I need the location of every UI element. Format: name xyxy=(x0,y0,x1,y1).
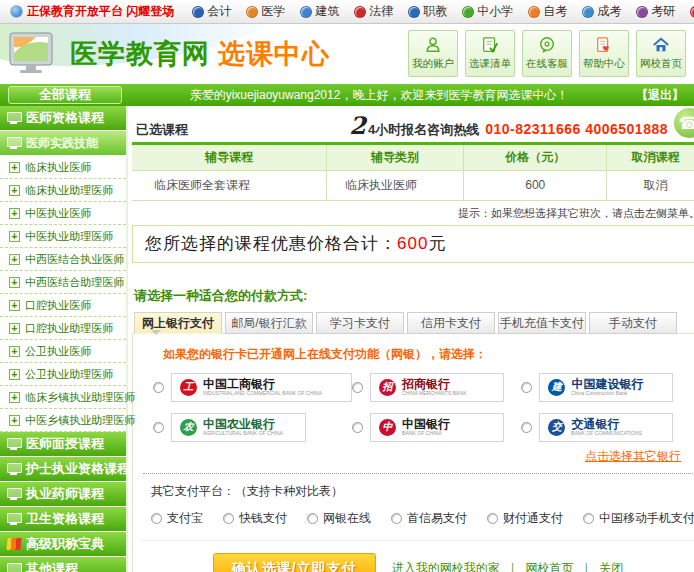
boc-radio[interactable] xyxy=(352,422,363,433)
online-service-button[interactable]: 在线客服 xyxy=(522,30,572,77)
ccb-radio[interactable] xyxy=(521,382,532,393)
school-homepage-link[interactable]: 网校首页 xyxy=(500,560,574,572)
nav-link-vocational[interactable]: 职教 xyxy=(408,3,447,20)
construction-icon xyxy=(300,6,312,18)
help-center-button[interactable]: 帮助中心 xyxy=(579,30,629,77)
icbc-radio[interactable] xyxy=(153,382,164,393)
tab-mobile-recharge-card[interactable]: 手机充值卡支付 xyxy=(498,312,586,334)
total-value: 600 xyxy=(397,234,428,253)
tab-post-bank-remittance[interactable]: 邮局/银行汇款 xyxy=(225,312,313,334)
footer-links: 进入我的网校我的家 网校首页 关闭 xyxy=(392,560,624,572)
home-button[interactable]: 网校首页 xyxy=(636,30,686,77)
sidebar-item-integrated-physician[interactable]: 中西医结合执业医师 xyxy=(0,248,126,271)
99bill-radio[interactable] xyxy=(223,513,234,524)
header-buttons: 我的账户 选课清单 在线客服 帮助中心 网校首页 xyxy=(408,30,686,77)
adult-exam-icon xyxy=(582,6,594,18)
platform-chinabank-online[interactable]: 网银在线 xyxy=(307,510,371,527)
my-school-home-link[interactable]: 进入我的网校我的家 xyxy=(392,560,500,572)
plus-icon xyxy=(9,300,20,311)
platform-99bill[interactable]: 快钱支付 xyxy=(223,510,287,527)
abc-radio[interactable] xyxy=(153,422,164,433)
sidebar-item-rural-clinical-assistant[interactable]: 临床乡镇执业助理医师 xyxy=(0,386,126,409)
tab-study-card[interactable]: 学习卡支付 xyxy=(316,312,404,334)
tab-online-banking[interactable]: 网上银行支付 xyxy=(134,312,222,334)
bocom-radio[interactable] xyxy=(521,422,532,433)
sidebar-item-physician-qualification[interactable]: 医师资格课程 xyxy=(0,106,126,131)
close-link[interactable]: 关闭 xyxy=(573,560,623,572)
bank-option-bocom[interactable]: 交 交通银行BANK OF COMMUNICATIONS xyxy=(521,413,691,442)
sidebar-item-public-health-assistant[interactable]: 公卫执业助理医师 xyxy=(0,363,126,386)
vocational-icon xyxy=(408,6,420,18)
site-header: 医学教育网 选课中心 我的账户 选课清单 在线客服 帮助中心 网校首页 xyxy=(0,24,694,84)
confirm-pay-button[interactable]: 确认选课/立即支付 xyxy=(213,553,376,572)
doc-heart-icon xyxy=(595,36,613,54)
bank-prompt-text: 如果您的银行卡已开通网上在线支付功能（网银），请选择： xyxy=(141,346,694,373)
sidebar-item-face-to-face-courses[interactable]: 医师面授课程 xyxy=(0,432,126,457)
platform-alipay[interactable]: 支付宝 xyxy=(151,510,203,527)
other-bank-link[interactable]: 点击选择其它银行 xyxy=(141,448,681,465)
chinabank-radio[interactable] xyxy=(307,513,318,524)
payment-tabs: 网上银行支付 邮局/银行汇款 学习卡支付 信用卡支付 手机充值卡支付 手动支付 xyxy=(132,312,694,334)
bank-option-boc[interactable]: 中 中国银行BANK OF CHINA xyxy=(352,413,522,442)
sidebar-item-dental-assistant[interactable]: 口腔执业助理医师 xyxy=(0,317,126,340)
sidebar-item-other-courses[interactable]: 其他课程 xyxy=(0,557,126,572)
logout-link[interactable]: 【退出】 xyxy=(636,87,684,104)
bank-option-ccb[interactable]: 建 中国建设银行China Construction Bank xyxy=(521,373,691,402)
welcome-greeting: 亲爱的yixuejiaoyuwang2012，晚上好，欢迎来到医学教育网选课中心… xyxy=(122,87,636,104)
nav-link-k12[interactable]: 中小学 xyxy=(462,3,513,20)
sidebar-item-public-health-physician[interactable]: 公卫执业医师 xyxy=(0,340,126,363)
bank-option-abc[interactable]: 农 中国农业银行AGRICULTURAL BANK OF CHINA xyxy=(153,413,352,442)
sidebar-item-rural-tcm-assistant[interactable]: 中医乡镇执业助理医师 xyxy=(0,409,126,432)
cmcc-radio[interactable] xyxy=(583,513,594,524)
sidebar-item-practice-skills-selected[interactable]: 医师实践技能 xyxy=(0,131,126,156)
tip-text: 提示：如果您想选择其它班次，请点击左侧菜单。 xyxy=(132,201,694,225)
plus-icon xyxy=(9,392,20,403)
col-cancel: 取消课程 xyxy=(607,145,694,170)
alipay-radio[interactable] xyxy=(151,513,162,524)
nav-link-adult-exam[interactable]: 成考 xyxy=(582,3,621,20)
tab-credit-card[interactable]: 信用卡支付 xyxy=(407,312,495,334)
sidebar-item-pharmacist-courses[interactable]: 执业药师课程 xyxy=(0,482,126,507)
nav-link-language[interactable]: 外语 xyxy=(690,3,694,20)
bank-option-icbc[interactable]: 工 中国工商银行INDUSTRIAL AND COMMERCIAL BANK O… xyxy=(153,373,352,402)
tab-manual-payment[interactable]: 手动支付 xyxy=(589,312,677,334)
payeasy-radio[interactable] xyxy=(391,513,402,524)
tenpay-radio[interactable] xyxy=(487,513,498,524)
payment-footer: 确认选课/立即支付 进入我的网校我的家 网校首页 关闭 xyxy=(141,540,694,572)
nav-link-self-exam[interactable]: 自考 xyxy=(528,3,567,20)
sidebar-item-clinical-physician[interactable]: 临床执业医师 xyxy=(0,156,126,179)
sidebar-item-health-qualification[interactable]: 卫生资格课程 xyxy=(0,507,126,532)
nav-link-construction[interactable]: 建筑 xyxy=(300,3,339,20)
promo-link[interactable]: 正保教育开放平台 闪耀登场 xyxy=(10,3,174,20)
language-icon xyxy=(690,6,694,18)
sidebar-item-dental-physician[interactable]: 口腔执业医师 xyxy=(0,294,126,317)
sidebar-item-integrated-assistant[interactable]: 中西医结合助理医师 xyxy=(0,271,126,294)
nav-link-graduate[interactable]: 考研 xyxy=(636,3,675,20)
all-courses-button[interactable]: 全部课程 xyxy=(8,86,122,104)
plus-icon xyxy=(9,208,20,219)
nav-link-accounting[interactable]: 会计 xyxy=(192,3,231,20)
sidebar-item-tcm-physician[interactable]: 中医执业医师 xyxy=(0,202,126,225)
nav-link-medical[interactable]: 医学 xyxy=(246,3,285,20)
platform-tenpay[interactable]: 财付通支付 xyxy=(487,510,563,527)
cmb-logo-icon: 招 xyxy=(379,379,396,396)
sidebar-item-nurse-qualification[interactable]: 护士执业资格课程 xyxy=(0,457,126,482)
course-list-button[interactable]: 选课清单 xyxy=(465,30,515,77)
hotline-big-digit: 2 xyxy=(349,114,366,138)
plus-icon xyxy=(9,346,20,357)
cmb-radio[interactable] xyxy=(352,382,363,393)
graduate-icon xyxy=(636,6,648,18)
plus-icon xyxy=(9,323,20,334)
platform-pa easy[interactable]: 首信易支付 xyxy=(391,510,467,527)
nav-link-law[interactable]: 法律 xyxy=(354,3,393,20)
user-icon xyxy=(424,36,442,54)
bank-option-cmb[interactable]: 招 招商银行CHINA MERCHANTS BANK xyxy=(352,373,522,402)
platform-cmcc-mobile-pay[interactable]: 中国移动手机支付 xyxy=(583,510,694,527)
hotline-numbers: 010-82311666 4006501888 xyxy=(485,121,668,137)
sidebar-item-clinical-assistant[interactable]: 临床执业助理医师 xyxy=(0,179,126,202)
cancel-course-link[interactable]: 取消 xyxy=(644,178,668,192)
monitor-icon xyxy=(7,563,21,572)
sidebar-item-senior-title-treasury[interactable]: 高级职称宝典 xyxy=(0,532,126,557)
my-account-button[interactable]: 我的账户 xyxy=(408,30,458,77)
sidebar-item-tcm-assistant[interactable]: 中医执业助理医师 xyxy=(0,225,126,248)
